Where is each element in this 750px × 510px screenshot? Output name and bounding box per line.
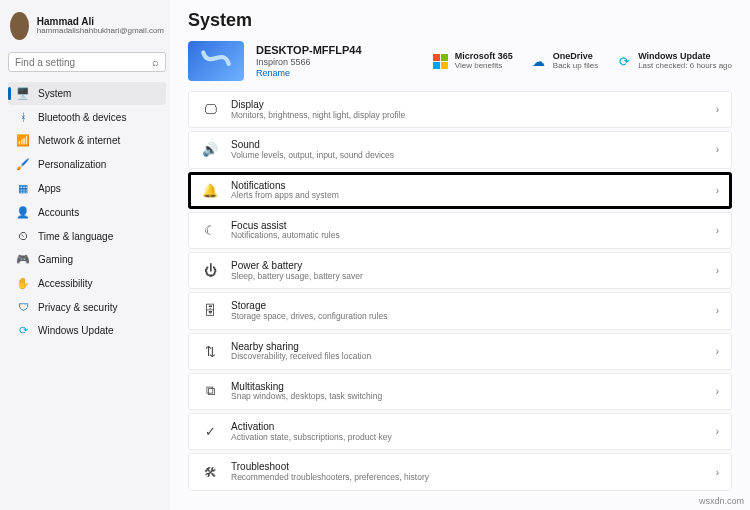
status-windows-update[interactable]: ⟳ Windows UpdateLast checked: 6 hours ag… — [616, 52, 732, 71]
settings-card-notifications[interactable]: 🔔NotificationsAlerts from apps and syste… — [188, 172, 732, 209]
device-model: Inspiron 5566 — [256, 57, 362, 68]
nav-label: Windows Update — [38, 325, 114, 336]
card-icon: 🛠 — [201, 465, 219, 480]
card-icon: 🖵 — [201, 102, 219, 117]
settings-list: 🖵DisplayMonitors, brightness, night ligh… — [188, 91, 732, 491]
settings-card-storage[interactable]: 🗄StorageStorage space, drives, configura… — [188, 292, 732, 329]
card-subtitle: Recommended troubleshooters, preferences… — [231, 473, 429, 483]
account-header[interactable]: Hammad Ali hammadalishahbukhari@gmail.co… — [8, 8, 166, 50]
settings-card-multitasking[interactable]: ⧉MultitaskingSnap windows, desktops, tas… — [188, 373, 732, 410]
card-subtitle: Monitors, brightness, night light, displ… — [231, 111, 405, 121]
nav-label: Apps — [38, 183, 61, 194]
nav-icon: ▦ — [16, 182, 30, 195]
chevron-right-icon: › — [716, 185, 719, 196]
nav-label: Bluetooth & devices — [38, 112, 126, 123]
chevron-right-icon: › — [716, 386, 719, 397]
settings-card-power-battery[interactable]: ⏻Power & batterySleep, battery usage, ba… — [188, 252, 732, 289]
sidebar-item-system[interactable]: 🖥️System — [8, 82, 166, 105]
chevron-right-icon: › — [716, 225, 719, 236]
settings-card-display[interactable]: 🖵DisplayMonitors, brightness, night ligh… — [188, 91, 732, 128]
settings-card-troubleshoot[interactable]: 🛠TroubleshootRecommended troubleshooters… — [188, 453, 732, 490]
card-title: Power & battery — [231, 260, 363, 272]
nav-label: Gaming — [38, 254, 73, 265]
card-subtitle: Activation state, subscriptions, product… — [231, 433, 392, 443]
settings-card-nearby-sharing[interactable]: ⇅Nearby sharingDiscoverability, received… — [188, 333, 732, 370]
card-title: Display — [231, 99, 405, 111]
card-icon: ⏻ — [201, 263, 219, 278]
sidebar-item-accounts[interactable]: 👤Accounts — [8, 201, 166, 224]
device-header: DESKTOP-MFFLP44 Inspiron 5566 Rename Mic… — [188, 41, 732, 81]
nav-label: Accounts — [38, 207, 79, 218]
card-icon: ☾ — [201, 223, 219, 238]
nav-label: Privacy & security — [38, 302, 117, 313]
nav-label: Accessibility — [38, 278, 92, 289]
card-subtitle: Volume levels, output, input, sound devi… — [231, 151, 394, 161]
onedrive-icon: ☁ — [531, 53, 547, 69]
watermark: wsxdn.com — [699, 496, 744, 506]
user-email: hammadalishahbukhari@gmail.com — [37, 27, 164, 36]
search-box[interactable]: ⌕ — [8, 52, 166, 72]
chevron-right-icon: › — [716, 467, 719, 478]
microsoft-icon — [433, 53, 449, 69]
user-text: Hammad Ali hammadalishahbukhari@gmail.co… — [37, 16, 164, 36]
nav-label: Network & internet — [38, 135, 120, 146]
card-subtitle: Snap windows, desktops, task switching — [231, 392, 382, 402]
nav-label: Personalization — [38, 159, 106, 170]
status-bar: Microsoft 365View benefits ☁ OneDriveBac… — [433, 52, 732, 71]
card-subtitle: Notifications, automatic rules — [231, 231, 340, 241]
nav-label: Time & language — [38, 231, 113, 242]
card-icon: 🔔 — [201, 183, 219, 198]
sidebar-item-gaming[interactable]: 🎮Gaming — [8, 248, 166, 271]
nav-icon: ⟳ — [16, 324, 30, 337]
sidebar-item-bluetooth-devices[interactable]: ᚼBluetooth & devices — [8, 106, 166, 128]
sidebar-item-windows-update[interactable]: ⟳Windows Update — [8, 319, 166, 342]
chevron-right-icon: › — [716, 144, 719, 155]
nav-icon: 👤 — [16, 206, 30, 219]
card-icon: ✓ — [201, 424, 219, 439]
settings-card-activation[interactable]: ✓ActivationActivation state, subscriptio… — [188, 413, 732, 450]
nav-icon: ✋ — [16, 277, 30, 290]
sidebar: Hammad Ali hammadalishahbukhari@gmail.co… — [0, 0, 170, 510]
card-subtitle: Storage space, drives, configuration rul… — [231, 312, 387, 322]
settings-card-focus-assist[interactable]: ☾Focus assistNotifications, automatic ru… — [188, 212, 732, 249]
card-subtitle: Alerts from apps and system — [231, 191, 339, 201]
status-onedrive[interactable]: ☁ OneDriveBack up files — [531, 52, 598, 71]
chevron-right-icon: › — [716, 305, 719, 316]
nav-icon: ᚼ — [16, 111, 30, 123]
card-icon: 🗄 — [201, 303, 219, 318]
page-title: System — [188, 10, 732, 31]
avatar — [10, 12, 29, 40]
sidebar-item-time-language[interactable]: ⏲Time & language — [8, 225, 166, 247]
card-icon: 🔊 — [201, 142, 219, 157]
card-icon: ⇅ — [201, 344, 219, 359]
device-info: DESKTOP-MFFLP44 Inspiron 5566 Rename — [256, 44, 362, 79]
nav-icon: 🖌️ — [16, 158, 30, 171]
chevron-right-icon: › — [716, 265, 719, 276]
sidebar-item-personalization[interactable]: 🖌️Personalization — [8, 153, 166, 176]
sidebar-item-network-internet[interactable]: 📶Network & internet — [8, 129, 166, 152]
card-subtitle: Sleep, battery usage, battery saver — [231, 272, 363, 282]
search-icon: ⌕ — [152, 56, 159, 68]
sidebar-item-accessibility[interactable]: ✋Accessibility — [8, 272, 166, 295]
nav-icon: 🎮 — [16, 253, 30, 266]
settings-card-sound[interactable]: 🔊SoundVolume levels, output, input, soun… — [188, 131, 732, 168]
update-icon: ⟳ — [616, 53, 632, 69]
card-subtitle: Discoverability, received files location — [231, 352, 371, 362]
status-m365[interactable]: Microsoft 365View benefits — [433, 52, 513, 71]
nav-label: System — [38, 88, 71, 99]
nav-icon: ⏲ — [16, 230, 30, 242]
main-panel: System DESKTOP-MFFLP44 Inspiron 5566 Ren… — [170, 0, 750, 510]
device-name: DESKTOP-MFFLP44 — [256, 44, 362, 57]
rename-link[interactable]: Rename — [256, 68, 362, 79]
search-input[interactable] — [15, 57, 152, 68]
card-icon: ⧉ — [201, 383, 219, 399]
nav-list: 🖥️SystemᚼBluetooth & devices📶Network & i… — [8, 82, 166, 342]
chevron-right-icon: › — [716, 346, 719, 357]
chevron-right-icon: › — [716, 104, 719, 115]
card-title: Activation — [231, 421, 392, 433]
sidebar-item-privacy-security[interactable]: 🛡Privacy & security — [8, 296, 166, 318]
nav-icon: 🛡 — [16, 301, 30, 313]
device-image — [188, 41, 244, 81]
sidebar-item-apps[interactable]: ▦Apps — [8, 177, 166, 200]
nav-icon: 📶 — [16, 134, 30, 147]
